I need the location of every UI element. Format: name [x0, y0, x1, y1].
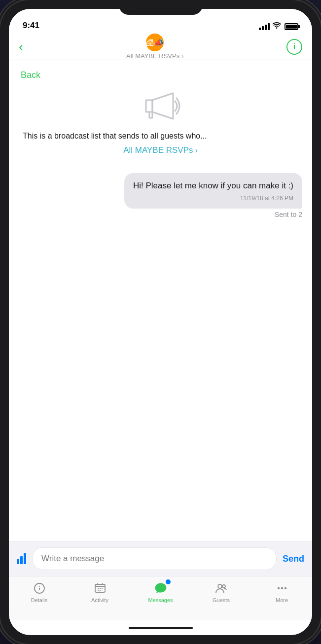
input-bar: Send [9, 541, 312, 576]
messages-area: Hi! Please let me know if you can make i… [9, 163, 312, 541]
back-button[interactable]: ‹ [19, 40, 23, 54]
message-bubble: Hi! Please let me know if you can make i… [124, 173, 302, 209]
tab-more[interactable]: More [251, 581, 312, 603]
message-text: Hi! Please let me know if you can make i… [133, 181, 293, 190]
tab-guests[interactable]: Guests [191, 581, 251, 603]
tab-more-label: More [276, 597, 288, 603]
message-time: 11/19/18 at 4:26 PM [133, 195, 293, 202]
nav-chevron-icon: › [181, 53, 183, 60]
svg-point-3 [222, 585, 225, 588]
nav-title-row[interactable]: All MAYBE RSVPs › [126, 52, 183, 60]
phone-frame: 9:41 ‹ [0, 0, 321, 644]
sent-to-label: Sent to 2 [275, 211, 302, 218]
status-icons [259, 22, 298, 31]
info-button[interactable]: i [286, 39, 302, 55]
home-bar [129, 627, 193, 629]
tab-messages-label: Messages [148, 597, 173, 603]
message-input[interactable] [32, 547, 277, 570]
tab-activity[interactable]: Activity [70, 581, 130, 603]
send-button[interactable]: Send [283, 554, 304, 564]
chart-bars-icon [17, 553, 26, 564]
tab-activity-label: Activity [91, 597, 108, 603]
home-indicator [9, 620, 312, 635]
back-link[interactable]: Back [21, 70, 40, 80]
svg-point-4 [277, 587, 279, 589]
battery-icon [285, 23, 298, 30]
broadcast-link[interactable]: All MAYBE RSVPs › [123, 145, 198, 155]
more-icon [274, 581, 290, 595]
notch [119, 0, 203, 15]
messages-badge [166, 579, 171, 584]
messages-icon [153, 581, 169, 595]
activity-icon [92, 581, 108, 595]
tab-details[interactable]: Details [9, 581, 70, 603]
nav-title: All MAYBE RSVPs [126, 52, 179, 60]
guests-icon [214, 581, 229, 595]
details-icon [32, 581, 47, 595]
screen: 9:41 ‹ [9, 9, 312, 635]
nav-center: 📣 All MAYBE RSVPs › [126, 34, 183, 60]
chart-icon[interactable] [17, 553, 26, 564]
nav-header: ‹ 📣 All MAYBE RSVPs › i [9, 34, 312, 60]
broadcast-icon-area [21, 86, 300, 126]
broadcast-link-row: All MAYBE RSVPs › [21, 145, 300, 155]
tab-details-label: Details [31, 597, 48, 603]
svg-point-6 [284, 587, 286, 589]
broadcast-link-chevron-icon: › [195, 146, 198, 155]
message-container: Hi! Please let me know if you can make i… [19, 173, 302, 218]
nav-avatar: 📣 [146, 34, 164, 51]
megaphone-outline-icon [139, 86, 183, 126]
wifi-icon [273, 22, 282, 31]
status-time: 9:41 [23, 21, 39, 31]
broadcast-description: This is a broadcast list that sends to a… [21, 131, 209, 142]
signal-icon [259, 23, 270, 30]
tab-bar: Details Activity Message [9, 576, 312, 620]
tab-guests-label: Guests [213, 597, 230, 603]
svg-point-2 [218, 584, 222, 588]
broadcast-info: Back [9, 60, 312, 163]
tab-messages[interactable]: Messages [130, 581, 191, 603]
main-content: Back [9, 60, 312, 541]
svg-point-5 [281, 587, 283, 589]
